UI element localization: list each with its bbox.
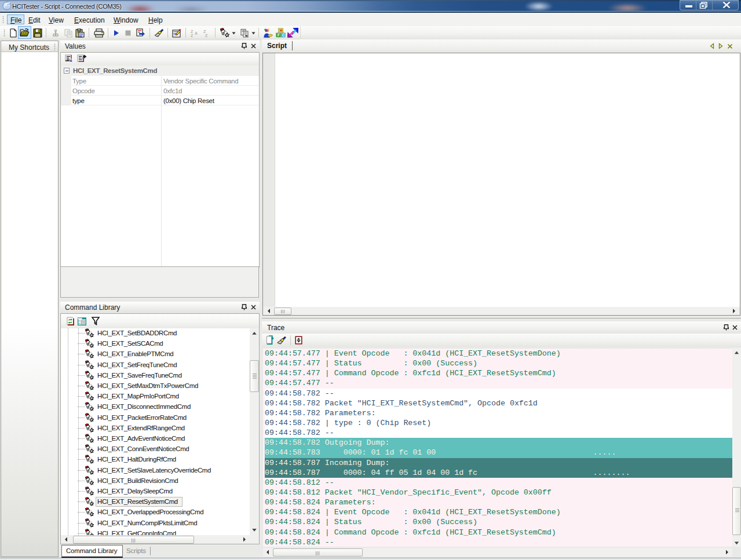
svg-text:C: C — [282, 33, 285, 37]
svg-text:Z: Z — [191, 34, 194, 37]
svg-text:A: A — [195, 31, 198, 35]
svg-text:H: H — [280, 28, 283, 32]
svg-text:Z: Z — [205, 34, 208, 37]
svg-text:Z: Z — [203, 30, 206, 34]
svg-text:F: F — [278, 33, 280, 37]
svg-text:Z: Z — [191, 30, 194, 34]
